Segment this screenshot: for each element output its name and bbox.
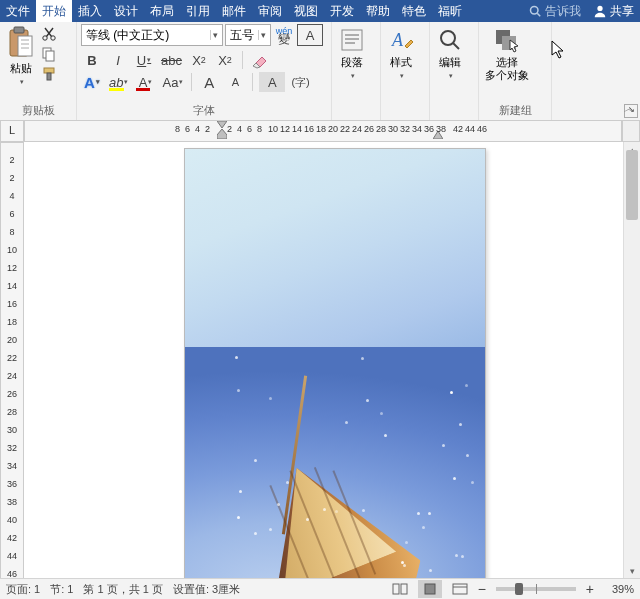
scissors-icon — [41, 26, 57, 42]
menu-tab-10[interactable]: 帮助 — [360, 0, 396, 22]
italic-button[interactable]: I — [107, 50, 129, 70]
paste-icon — [6, 26, 36, 60]
menu-tab-8[interactable]: 视图 — [288, 0, 324, 22]
hanging-indent-marker[interactable] — [217, 129, 227, 141]
ruler-corner[interactable]: L — [0, 120, 24, 142]
svg-rect-19 — [342, 30, 362, 50]
view-web-layout[interactable] — [448, 580, 472, 598]
svg-rect-14 — [46, 51, 54, 61]
menu-tab-1[interactable]: 开始 — [36, 0, 72, 22]
menu-tab-7[interactable]: 审阅 — [252, 0, 288, 22]
svg-rect-4 — [14, 27, 24, 33]
page[interactable] — [184, 148, 486, 579]
status-page[interactable]: 页面: 1 — [6, 582, 40, 597]
clear-formatting-button[interactable] — [249, 50, 271, 70]
view-print-layout[interactable] — [418, 580, 442, 598]
status-bar: 页面: 1 节: 1 第 1 页，共 1 页 设置值: 3厘米 − + 39% — [0, 578, 640, 599]
font-group-label: 字体 — [81, 101, 327, 120]
group-font: 等线 (中文正文)▾ 五号▾ wén變 A B I U▾ abc X2 X2 A… — [77, 22, 332, 120]
superscript-button[interactable]: X2 — [214, 50, 236, 70]
menu-tab-12[interactable]: 福昕 — [432, 0, 468, 22]
zoom-slider[interactable] — [496, 587, 576, 591]
svg-text:A: A — [391, 30, 404, 50]
collapse-ribbon-button[interactable]: ︿ — [624, 102, 634, 116]
search-placeholder: 告诉我 — [545, 3, 581, 20]
subscript-button[interactable]: X2 — [188, 50, 210, 70]
cut-button[interactable] — [40, 26, 58, 42]
vertical-scrollbar[interactable]: ▴ ▾ — [623, 142, 640, 579]
svg-line-26 — [453, 43, 459, 49]
menu-tab-3[interactable]: 设计 — [108, 0, 144, 22]
svg-rect-35 — [453, 584, 467, 594]
chevron-down-icon: ▾ — [20, 75, 24, 88]
grow-font-button[interactable]: A — [198, 72, 220, 92]
tell-me-search[interactable]: 告诉我 — [523, 3, 587, 20]
font-name-combo[interactable]: 等线 (中文正文)▾ — [81, 24, 223, 46]
enclosed-char-button[interactable]: (字) — [289, 72, 311, 92]
styles-icon: A — [387, 26, 415, 54]
font-size-value: 五号 — [230, 27, 254, 44]
paragraph-label: 段落 — [341, 56, 363, 69]
svg-marker-24 — [405, 40, 413, 48]
paragraph-button[interactable]: 段落 ▾ — [336, 24, 368, 84]
phonetic-guide-button[interactable]: wén變 — [273, 25, 295, 45]
group-clipboard: 粘贴 ▾ 剪贴板 ↘ — [0, 22, 77, 120]
view-read-mode[interactable] — [388, 580, 412, 598]
menu-tab-11[interactable]: 特色 — [396, 0, 432, 22]
styles-button[interactable]: A 样式 ▾ — [385, 24, 417, 84]
book-icon — [392, 583, 408, 595]
new-group-label: 新建组 — [483, 101, 547, 120]
change-case-button[interactable]: Aa▾ — [160, 72, 185, 92]
svg-rect-34 — [425, 584, 435, 594]
menu-tab-5[interactable]: 引用 — [180, 0, 216, 22]
svg-point-2 — [597, 6, 602, 11]
zoom-level[interactable]: 39% — [600, 583, 634, 595]
scroll-thumb[interactable] — [626, 150, 638, 220]
paragraph-icon — [338, 26, 366, 54]
copy-icon — [41, 46, 57, 62]
document-canvas[interactable] — [24, 142, 623, 579]
format-painter-button[interactable] — [40, 66, 58, 82]
zoom-in-button[interactable]: + — [586, 581, 594, 597]
svg-rect-32 — [393, 584, 399, 594]
menu-tab-4[interactable]: 布局 — [144, 0, 180, 22]
group-styles: A 样式 ▾ — [381, 22, 430, 120]
font-color-button[interactable]: A▾ — [134, 72, 156, 92]
status-section[interactable]: 节: 1 — [50, 582, 73, 597]
select-multiple-button[interactable]: 选择 多个对象 — [483, 24, 531, 84]
horizontal-ruler[interactable]: 8642246810121416182022242628303234363842… — [24, 120, 622, 142]
select-label-2: 多个对象 — [485, 69, 529, 82]
char-border-button[interactable]: A — [297, 24, 323, 46]
status-page-of[interactable]: 第 1 页，共 1 页 — [83, 582, 162, 597]
search-icon — [529, 5, 541, 17]
styles-label: 样式 — [390, 56, 412, 69]
clipboard-group-label: 剪贴板 — [4, 101, 72, 120]
menu-bar: 文件开始插入设计布局引用邮件审阅视图开发帮助特色福昕 告诉我 共享 — [0, 0, 640, 22]
zoom-out-button[interactable]: − — [478, 581, 486, 597]
char-shading-button[interactable]: A — [259, 72, 285, 92]
vertical-ruler[interactable]: 2246810121416182022242628303234363840424… — [0, 142, 24, 579]
chevron-down-icon: ▾ — [400, 69, 404, 82]
svg-marker-29 — [217, 121, 227, 128]
paste-button[interactable]: 粘贴 ▾ — [4, 24, 38, 90]
underline-button[interactable]: U▾ — [133, 50, 155, 70]
menu-tab-2[interactable]: 插入 — [72, 0, 108, 22]
editing-button[interactable]: 编辑 ▾ — [434, 24, 466, 84]
menu-tab-0[interactable]: 文件 — [0, 0, 36, 22]
status-set-value[interactable]: 设置值: 3厘米 — [173, 582, 240, 597]
strikethrough-button[interactable]: abc — [159, 50, 184, 70]
text-effects-button[interactable]: A▾ — [81, 72, 103, 92]
share-button[interactable]: 共享 — [587, 3, 640, 20]
menu-tab-9[interactable]: 开发 — [324, 0, 360, 22]
copy-button[interactable] — [40, 46, 58, 62]
group-editing: 编辑 ▾ — [430, 22, 479, 120]
paste-label: 粘贴 — [10, 62, 32, 75]
highlight-button[interactable]: ab▾ — [107, 72, 130, 92]
scroll-down-arrow[interactable]: ▾ — [624, 563, 640, 579]
menu-tab-6[interactable]: 邮件 — [216, 0, 252, 22]
shrink-font-button[interactable]: A — [224, 72, 246, 92]
select-objects-icon — [492, 26, 522, 54]
font-size-combo[interactable]: 五号▾ — [225, 24, 271, 46]
bold-button[interactable]: B — [81, 50, 103, 70]
svg-rect-33 — [401, 584, 407, 594]
